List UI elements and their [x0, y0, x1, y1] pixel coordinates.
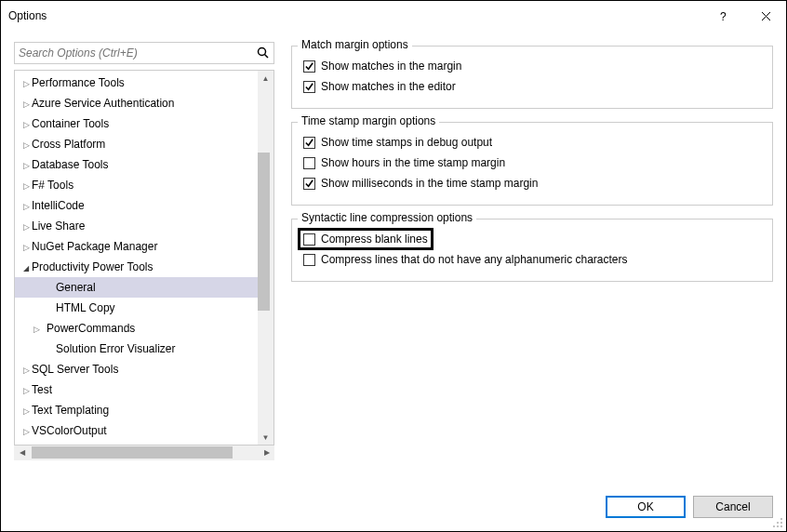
tree-item-label: Database Tools: [32, 158, 109, 171]
group-title: Syntactic line compression options: [298, 211, 476, 224]
caret-right-icon[interactable]: [20, 322, 33, 335]
caret-right-icon[interactable]: [20, 240, 32, 253]
tree-item[interactable]: PowerCommands: [15, 318, 258, 339]
caret-right-icon[interactable]: [20, 219, 32, 233]
tree-item[interactable]: Cross Platform: [15, 134, 258, 154]
caret-right-icon[interactable]: [20, 179, 32, 192]
match-margin-group: Match margin options Show matches in the…: [291, 46, 773, 109]
tree-item-label: Performance Tools: [32, 76, 125, 89]
caret-right-icon[interactable]: [20, 424, 32, 437]
checkbox[interactable]: [303, 178, 315, 190]
vertical-scrollbar[interactable]: ▲ ▼: [258, 71, 273, 445]
tree-item-label: IntelliCode: [32, 199, 85, 212]
tree-item[interactable]: VSColorOutput: [15, 420, 258, 441]
scroll-right-icon[interactable]: ▶: [259, 448, 274, 457]
checkbox-option[interactable]: Compress blank lines: [303, 233, 428, 246]
resize-grip[interactable]: [771, 516, 784, 529]
caret-right-icon[interactable]: [20, 404, 32, 417]
checkbox-label: Show time stamps in debug output: [321, 136, 492, 149]
tree-item-label: HTML Copy: [33, 301, 115, 314]
tree-item[interactable]: F# Tools: [15, 175, 258, 195]
tree-item[interactable]: Container Tools: [15, 113, 258, 134]
tree-item-label: General: [33, 281, 96, 294]
checkbox[interactable]: [303, 81, 315, 93]
tree-item-label: Text Templating: [32, 404, 109, 417]
timestamp-margin-group: Time stamp margin options Show time stam…: [291, 122, 773, 206]
ok-button[interactable]: OK: [606, 496, 686, 518]
vertical-scroll-thumb[interactable]: [258, 153, 270, 311]
checkbox-row: Show hours in the time stamp margin: [303, 153, 761, 173]
help-icon: ?: [719, 8, 730, 23]
dialog-buttons: OK Cancel: [606, 496, 773, 518]
tree-item-label: Cross Platform: [32, 138, 105, 151]
tree-item[interactable]: IntelliCode: [15, 195, 258, 216]
tree-item[interactable]: General: [15, 277, 258, 298]
caret-right-icon[interactable]: [20, 158, 32, 171]
options-tree: Performance Tools Azure Service Authenti…: [14, 70, 274, 446]
checkbox-option[interactable]: Show time stamps in debug output: [303, 136, 492, 149]
tree-item-label: Solution Error Visualizer: [33, 342, 176, 355]
scroll-down-icon[interactable]: ▼: [262, 430, 270, 445]
window-title: Options: [8, 9, 704, 22]
svg-rect-8: [773, 525, 775, 527]
checkbox-label: Compress lines that do not have any alph…: [321, 253, 628, 266]
tree-item[interactable]: Performance Tools: [15, 73, 258, 93]
checkbox[interactable]: [303, 233, 315, 246]
caret-right-icon[interactable]: [20, 363, 32, 376]
tree-item[interactable]: Text Templating: [15, 400, 258, 420]
checkbox[interactable]: [303, 157, 315, 169]
checkbox-option[interactable]: Show matches in the margin: [303, 60, 461, 73]
tree-item[interactable]: NuGet Package Manager: [15, 236, 258, 257]
caret-right-icon[interactable]: [20, 138, 32, 151]
left-column: Performance Tools Azure Service Authenti…: [14, 42, 274, 460]
help-button[interactable]: ?: [704, 1, 745, 31]
tree-item[interactable]: HTML Copy: [15, 298, 258, 318]
tree-item[interactable]: SQL Server Tools: [15, 359, 258, 379]
svg-rect-7: [780, 522, 782, 524]
caret-down-icon[interactable]: [20, 260, 32, 273]
checkbox[interactable]: [303, 254, 315, 266]
scroll-up-icon[interactable]: ▲: [262, 71, 270, 86]
tree-item[interactable]: Productivity Power Tools: [15, 257, 258, 277]
close-button[interactable]: [745, 1, 786, 31]
checkbox-row: Show matches in the margin: [303, 56, 761, 76]
checkbox-option[interactable]: Show milliseconds in the time stamp marg…: [303, 177, 538, 190]
checkbox[interactable]: [303, 137, 315, 149]
caret-right-icon[interactable]: [20, 117, 32, 130]
cancel-button[interactable]: Cancel: [693, 496, 773, 518]
caret-right-icon[interactable]: [20, 76, 32, 89]
group-title: Time stamp margin options: [298, 114, 439, 127]
svg-text:?: ?: [720, 10, 727, 23]
checkbox-label: Show hours in the time stamp margin: [321, 156, 505, 169]
tree-item-label: Azure Service Authentication: [32, 97, 174, 110]
group-title: Match margin options: [298, 38, 412, 51]
tree-item-label: PowerCommands: [33, 322, 135, 335]
titlebar: Options ?: [1, 1, 786, 31]
caret-right-icon[interactable]: [20, 199, 32, 212]
tree-item[interactable]: Live Share: [15, 216, 258, 236]
tree-item-label: Test: [32, 383, 52, 396]
horizontal-scrollbar[interactable]: ◀ ▶: [14, 445, 274, 460]
checkbox-option[interactable]: Compress lines that do not have any alph…: [303, 253, 628, 266]
horizontal-scroll-thumb[interactable]: [32, 446, 233, 459]
checkbox[interactable]: [303, 60, 315, 73]
tree-item[interactable]: Test: [15, 379, 258, 400]
caret-right-icon[interactable]: [20, 383, 32, 396]
close-icon: [761, 11, 771, 21]
tree-item[interactable]: Azure Service Authentication: [15, 93, 258, 113]
search-field[interactable]: [14, 42, 274, 64]
checkbox-row: Compress blank lines: [303, 229, 761, 249]
checkbox-option[interactable]: Show hours in the time stamp margin: [303, 156, 505, 169]
syntactic-compression-group: Syntactic line compression options Compr…: [291, 219, 773, 282]
tree-item[interactable]: Solution Error Visualizer: [15, 339, 258, 359]
tree-item-label: Productivity Power Tools: [32, 260, 153, 273]
tree-item-label: F# Tools: [32, 179, 73, 192]
checkbox-label: Compress blank lines: [321, 233, 428, 246]
tree-item[interactable]: Database Tools: [15, 154, 258, 175]
checkbox-option[interactable]: Show matches in the editor: [303, 80, 456, 93]
search-input[interactable]: [19, 47, 255, 60]
scroll-left-icon[interactable]: ◀: [14, 448, 30, 457]
search-icon[interactable]: [257, 47, 270, 62]
tree-item-label: Live Share: [32, 219, 85, 233]
caret-right-icon[interactable]: [20, 97, 32, 110]
